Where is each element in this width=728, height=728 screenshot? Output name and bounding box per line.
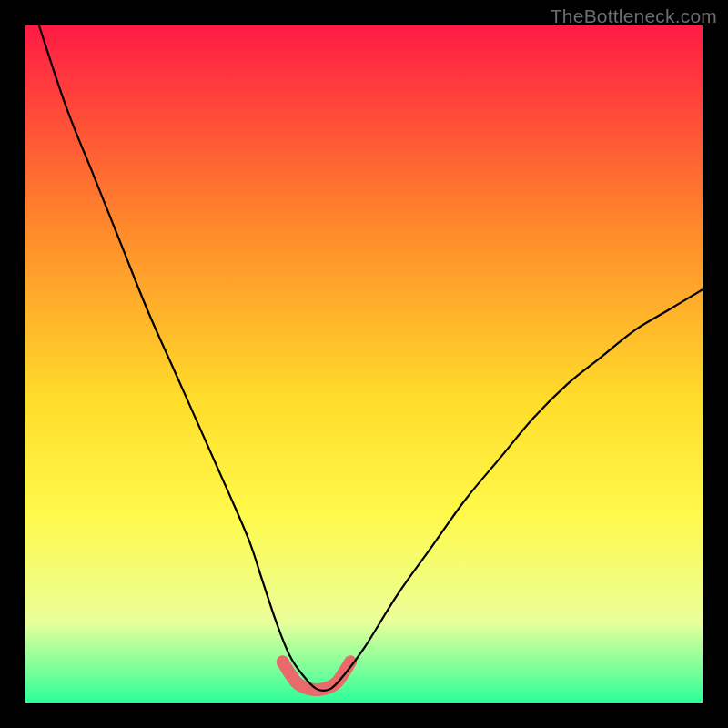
- bottleneck-chart: [25, 25, 703, 703]
- chart-area: [25, 25, 703, 703]
- gradient-background: [25, 25, 703, 703]
- outer-frame: TheBottleneck.com: [0, 0, 728, 728]
- watermark-label: TheBottleneck.com: [551, 5, 717, 27]
